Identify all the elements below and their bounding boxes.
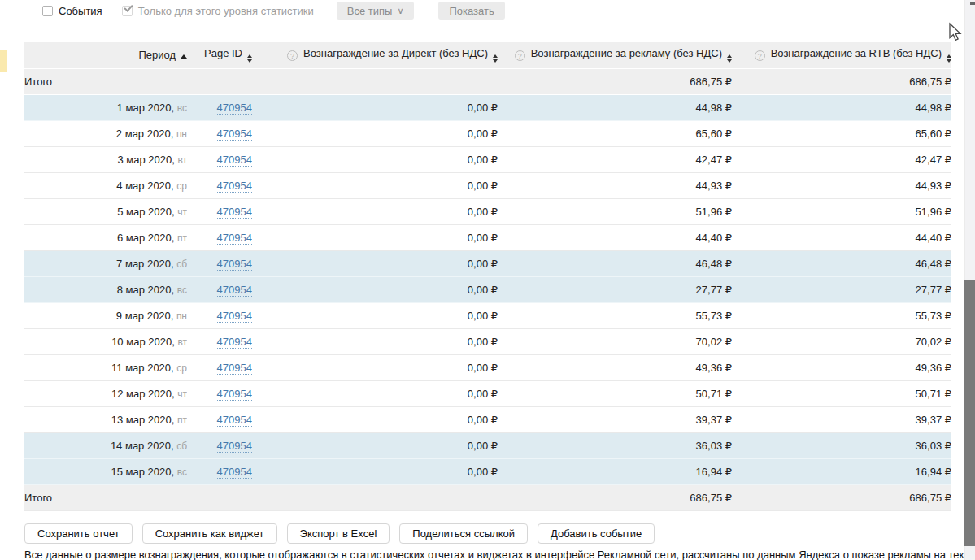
scrollbar-thumb[interactable]: [964, 280, 975, 546]
row-weekday: вс: [177, 284, 187, 296]
events-checkbox-label: События: [59, 5, 102, 17]
ads-value: 55,73 ₽: [498, 302, 732, 328]
rtb-value: 70,02 ₽: [732, 328, 951, 354]
level-checkbox[interactable]: [122, 6, 133, 16]
page-id-link[interactable]: 470954: [217, 128, 252, 141]
row-date: 14 мар 2020,: [111, 440, 174, 452]
row-weekday: пт: [177, 232, 187, 244]
save-report-button[interactable]: Сохранить отчет: [24, 523, 133, 544]
total-direct-value: [252, 68, 498, 94]
accent-strip: [0, 50, 7, 72]
row-weekday: ср: [176, 362, 187, 374]
page-id-link[interactable]: 470954: [217, 206, 252, 219]
total-rtb-value: 686,75 ₽: [732, 484, 951, 510]
page-id-link[interactable]: 470954: [217, 154, 252, 167]
page-id-link[interactable]: 470954: [217, 388, 252, 401]
sort-asc-icon: [181, 54, 187, 59]
column-header-period[interactable]: Период: [24, 42, 187, 68]
row-date: 8 мар 2020,: [117, 284, 174, 296]
row-date: 15 мар 2020,: [111, 466, 175, 478]
table-row: 11 мар 2020, ср 470954 0,00 ₽ 49,36 ₽ 49…: [24, 354, 951, 380]
direct-value: 0,00 ₽: [252, 302, 498, 328]
types-dropdown[interactable]: Все типы ∨: [337, 2, 415, 20]
row-date: 6 мар 2020,: [117, 232, 174, 244]
page-id-link[interactable]: 470954: [217, 414, 252, 427]
add-event-button[interactable]: Добавить событие: [538, 523, 655, 544]
page-id-link[interactable]: 470954: [217, 440, 252, 453]
column-header-page-id[interactable]: Page ID: [187, 42, 252, 68]
row-date: 4 мар 2020,: [116, 180, 173, 192]
table-row: 6 мар 2020, пт 470954 0,00 ₽ 44,40 ₽ 44,…: [24, 224, 951, 250]
page-id-link[interactable]: 470954: [217, 284, 252, 297]
row-date: 5 мар 2020,: [117, 206, 174, 218]
row-date: 3 мар 2020,: [117, 154, 174, 166]
row-date: 12 мар 2020,: [111, 388, 175, 400]
ads-value: 46,48 ₽: [498, 250, 732, 276]
table-row: 15 мар 2020, вс 470954 0,00 ₽ 16,94 ₽ 16…: [24, 458, 951, 484]
column-header-direct[interactable]: ?Вознаграждение за Директ (без НДС): [252, 42, 498, 68]
show-button-label: Показать: [449, 5, 494, 17]
row-date: 11 мар 2020,: [111, 362, 174, 374]
ads-value: 49,36 ₽: [498, 354, 732, 380]
ads-value: 16,94 ₽: [498, 458, 732, 484]
ads-value: 70,02 ₽: [498, 328, 732, 354]
rtb-value: 44,40 ₽: [732, 224, 951, 250]
column-header-ads[interactable]: ?Вознаграждение за рекламу (без НДС): [498, 42, 732, 68]
save-widget-button[interactable]: Сохранить как виджет: [142, 523, 277, 544]
page-id-link[interactable]: 470954: [217, 466, 252, 479]
row-weekday: вт: [177, 336, 187, 348]
header-row: Период Page ID ?Вознаграждение за Директ…: [24, 42, 951, 68]
level-checkbox-label: Только для этого уровня статистики: [138, 5, 314, 17]
rtb-value: 50,71 ₽: [732, 380, 951, 406]
row-weekday: пт: [177, 415, 187, 426]
help-icon[interactable]: ?: [515, 50, 525, 61]
total-label: Итого: [24, 484, 187, 510]
rtb-value: 39,37 ₽: [732, 406, 951, 432]
row-date: 10 мар 2020,: [111, 336, 175, 348]
rtb-value: 27,77 ₽: [732, 276, 951, 302]
help-icon[interactable]: ?: [287, 50, 298, 61]
page-id-link[interactable]: 470954: [217, 258, 252, 271]
direct-value: 0,00 ₽: [252, 198, 498, 224]
table-row: 5 мар 2020, чт 470954 0,00 ₽ 51,96 ₽ 51,…: [24, 198, 951, 224]
direct-value: 0,00 ₽: [252, 146, 498, 172]
share-link-button[interactable]: Поделиться ссылкой: [399, 523, 528, 544]
direct-value: 0,00 ₽: [252, 120, 498, 146]
page-id-link[interactable]: 470954: [217, 310, 252, 323]
help-icon[interactable]: ?: [755, 50, 765, 61]
rtb-value: 42,47 ₽: [732, 146, 951, 172]
row-weekday: пн: [176, 310, 187, 322]
ads-value: 44,93 ₽: [498, 172, 732, 198]
table-row: 1 мар 2020, вс 470954 0,00 ₽ 44,98 ₽ 44,…: [24, 94, 951, 120]
rtb-value: 51,96 ₽: [732, 198, 951, 224]
page-id-link[interactable]: 470954: [217, 102, 252, 115]
direct-value: 0,00 ₽: [252, 94, 498, 120]
rtb-value: 36,03 ₽: [732, 432, 951, 458]
events-checkbox[interactable]: [42, 6, 53, 16]
row-weekday: сб: [176, 258, 187, 270]
rtb-value: 55,73 ₽: [732, 302, 951, 328]
ads-value: 36,03 ₽: [498, 432, 732, 458]
ads-value: 27,77 ₽: [498, 276, 732, 302]
page-id-link[interactable]: 470954: [217, 180, 252, 193]
direct-value: 0,00 ₽: [252, 354, 498, 380]
rtb-value: 44,98 ₽: [732, 94, 951, 120]
row-weekday: чт: [177, 206, 187, 218]
row-date: 9 мар 2020,: [116, 310, 173, 322]
ads-value: 51,96 ₽: [498, 198, 732, 224]
scrollbar[interactable]: [964, 0, 975, 560]
row-date: 13 мар 2020,: [111, 414, 175, 426]
page-id-link[interactable]: 470954: [217, 232, 252, 245]
table-row: 4 мар 2020, ср 470954 0,00 ₽ 44,93 ₽ 44,…: [24, 172, 951, 198]
table-row: 13 мар 2020, пт 470954 0,00 ₽ 39,37 ₽ 39…: [24, 406, 951, 432]
column-header-rtb[interactable]: ?Вознаграждение за RTB (без НДС): [732, 42, 951, 68]
ads-value: 65,60 ₽: [498, 120, 732, 146]
page-id-link[interactable]: 470954: [217, 336, 252, 349]
page-id-link[interactable]: 470954: [217, 362, 252, 375]
export-excel-button[interactable]: Экспорт в Excel: [287, 523, 390, 544]
ads-value: 42,47 ₽: [498, 146, 732, 172]
row-date: 1 мар 2020,: [117, 102, 174, 114]
show-button[interactable]: Показать: [438, 2, 504, 20]
table-row: 8 мар 2020, вс 470954 0,00 ₽ 27,77 ₽ 27,…: [24, 276, 951, 302]
row-weekday: ср: [176, 180, 187, 192]
